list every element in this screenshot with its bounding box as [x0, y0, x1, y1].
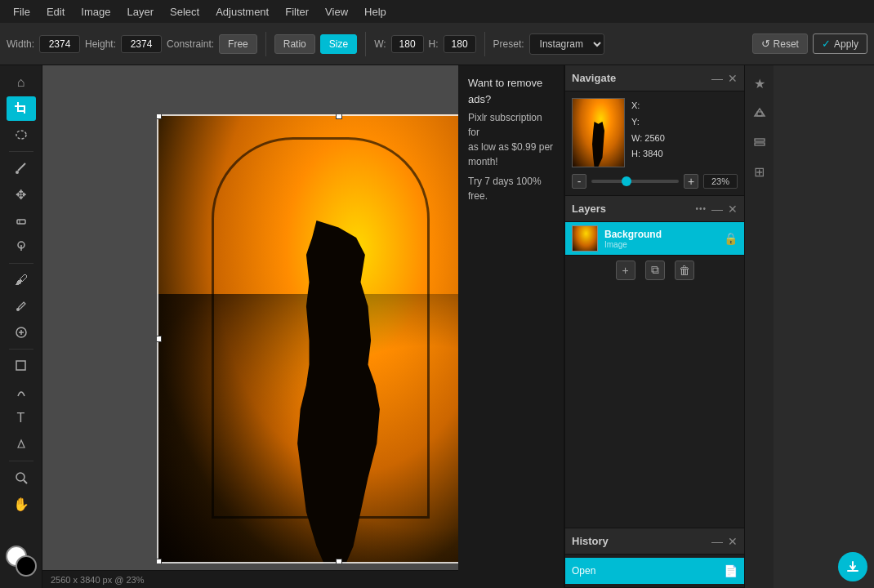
- zoom-value: 23%: [703, 174, 738, 189]
- left-tools: ⌂ ✥ 🖌: [0, 65, 42, 588]
- add-layer-button[interactable]: +: [616, 261, 635, 280]
- eyedropper-tool[interactable]: [7, 294, 36, 318]
- layers-icon-btn[interactable]: [748, 131, 771, 154]
- shape-tool[interactable]: [7, 354, 36, 378]
- history-item-open[interactable]: Open 📄: [565, 558, 744, 584]
- right-panel: Navigate — ✕ X: Y: W: 2560: [564, 65, 744, 588]
- delete-layer-button[interactable]: 🗑: [675, 261, 694, 280]
- layers-panel-controls: ••• — ✕: [695, 203, 738, 215]
- tool-sep-1: [9, 151, 33, 152]
- layers-menu-dots[interactable]: •••: [695, 204, 707, 213]
- menu-image[interactable]: Image: [74, 4, 117, 20]
- reset-button[interactable]: ↺ Reset: [752, 33, 808, 54]
- foreground-color-swatch[interactable]: [16, 555, 37, 577]
- layers-close[interactable]: ✕: [728, 203, 738, 215]
- brush-tool[interactable]: [7, 156, 36, 180]
- zoom-tool[interactable]: [7, 466, 36, 490]
- home-tool[interactable]: ⌂: [7, 70, 36, 95]
- svg-rect-3: [15, 105, 25, 107]
- navigate-minimize[interactable]: —: [711, 73, 723, 84]
- nav-h-value: 3840: [643, 149, 662, 158]
- nav-thumbnail-area: X: Y: W: 2560 H: 3840: [572, 98, 738, 167]
- paint-bucket-tool[interactable]: 🖌: [7, 268, 36, 292]
- svg-line-5: [18, 163, 25, 171]
- layers-panel-header: Layers ••• — ✕: [565, 196, 744, 222]
- zoom-out-button[interactable]: -: [572, 174, 586, 189]
- history-close[interactable]: ✕: [728, 536, 738, 547]
- x-label: X:: [631, 100, 640, 110]
- nav-w-value: 2560: [644, 133, 664, 143]
- menu-edit[interactable]: Edit: [40, 4, 71, 20]
- swatch-container[interactable]: [6, 546, 37, 577]
- grid-icon-btn[interactable]: ⊞: [748, 160, 771, 183]
- hand-tool[interactable]: ✋: [7, 492, 36, 516]
- h-input[interactable]: [444, 35, 476, 53]
- height-input[interactable]: [121, 35, 162, 53]
- layers-list: Background Image 🔒: [565, 222, 744, 255]
- menu-layer[interactable]: Layer: [121, 4, 161, 20]
- navigate-content: X: Y: W: 2560 H: 3840 - + 23%: [565, 91, 744, 195]
- preset-select[interactable]: Instagram Facebook Twitter Custom: [529, 33, 604, 55]
- handle-top-middle[interactable]: [336, 114, 342, 119]
- menu-filter[interactable]: Filter: [279, 4, 315, 20]
- download-button[interactable]: [838, 552, 867, 581]
- toolbar: Width: Height: Constraint: Free Ratio Si…: [0, 23, 874, 65]
- layer-item-background[interactable]: Background Image 🔒: [565, 222, 744, 255]
- width-input[interactable]: [39, 35, 80, 53]
- panels-area: Want to remove ads? Pixlr subscription f…: [458, 65, 874, 588]
- zoom-in-button[interactable]: +: [684, 174, 698, 189]
- layer-lock-icon[interactable]: 🔒: [724, 232, 738, 245]
- h-label: H:: [429, 38, 439, 50]
- blur-sharpen-tool[interactable]: [7, 432, 36, 457]
- canvas-area[interactable]: 2560 x 3840 px @ 23%: [42, 65, 458, 588]
- history-panel-header: History — ✕: [565, 528, 744, 555]
- ad-line3: Try 7 days 100% free.: [468, 174, 554, 203]
- layers-minimize[interactable]: —: [711, 203, 723, 215]
- text-tool[interactable]: T: [7, 406, 36, 430]
- reset-icon: ↺: [761, 38, 770, 50]
- layer-name: Background: [604, 229, 717, 240]
- history-panel-controls: — ✕: [711, 536, 738, 547]
- star-icon-btn[interactable]: ★: [748, 72, 771, 95]
- menu-bar: File Edit Image Layer Select Adjustment …: [0, 0, 874, 23]
- tool-sep-4: [9, 461, 33, 461]
- menu-help[interactable]: Help: [358, 4, 393, 20]
- heal-tool[interactable]: [7, 320, 36, 345]
- crop-tool[interactable]: [7, 96, 36, 121]
- navigate-title: Navigate: [572, 72, 616, 84]
- liquify-tool[interactable]: [7, 380, 36, 404]
- y-label: Y:: [631, 117, 640, 127]
- apply-button[interactable]: ✓ Apply: [813, 33, 867, 54]
- layers-footer: + ⧉ 🗑: [565, 255, 744, 284]
- zoom-thumb[interactable]: [622, 176, 631, 186]
- zoom-control: - + 23%: [572, 174, 738, 189]
- menu-file[interactable]: File: [7, 4, 37, 20]
- zoom-slider[interactable]: [591, 180, 679, 183]
- eraser-tool[interactable]: [7, 208, 36, 233]
- menu-select[interactable]: Select: [163, 4, 206, 20]
- svg-rect-19: [755, 139, 765, 141]
- learn-icon-btn[interactable]: [748, 101, 771, 124]
- layers-panel: Layers ••• — ✕ Background Image 🔒: [565, 196, 744, 528]
- size-button[interactable]: Size: [320, 34, 357, 54]
- ratio-button[interactable]: Ratio: [274, 34, 315, 54]
- handle-top-left[interactable]: [157, 114, 162, 119]
- menu-adjustment[interactable]: Adjustment: [209, 4, 275, 20]
- navigate-panel-controls: — ✕: [711, 73, 738, 84]
- height-label: Height:: [85, 38, 116, 50]
- clone-tool[interactable]: [7, 234, 36, 259]
- constraint-free-button[interactable]: Free: [219, 34, 257, 54]
- ad-panel: Want to remove ads? Pixlr subscription f…: [458, 65, 564, 588]
- duplicate-layer-button[interactable]: ⧉: [645, 261, 665, 280]
- svg-point-4: [16, 131, 26, 139]
- svg-point-16: [16, 473, 25, 481]
- move-tool[interactable]: ✥: [7, 182, 36, 207]
- navigate-close[interactable]: ✕: [728, 73, 738, 84]
- lasso-tool[interactable]: [7, 122, 36, 147]
- image-canvas: [157, 114, 458, 564]
- w-input[interactable]: [391, 35, 424, 53]
- history-minimize[interactable]: —: [711, 536, 723, 547]
- menu-view[interactable]: View: [319, 4, 355, 20]
- nav-h-label: H:: [631, 149, 640, 158]
- history-panel: History — ✕ Open 📄: [565, 528, 744, 588]
